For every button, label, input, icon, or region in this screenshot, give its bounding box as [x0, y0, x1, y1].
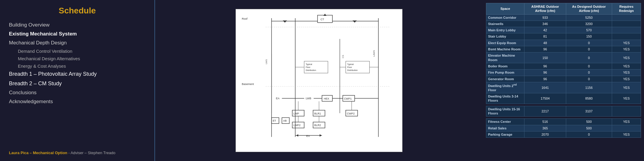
right-panel: Space ASHRAE Outdoor Airflow (cfm) As De…	[483, 0, 644, 161]
nav-mechanical-depth[interactable]: Mechanical Depth Design	[9, 39, 145, 47]
redesign-cell: YES	[612, 52, 641, 63]
nav-mechanical-alternatives[interactable]: Mechanical Design Alternatives	[9, 55, 145, 62]
designed-cell: 0	[566, 52, 612, 63]
space-cell: Parking Garage	[486, 131, 524, 137]
nav-demand-control[interactable]: Demand Control Ventilation	[9, 48, 145, 54]
table-row: Parking Garage 2070 0 YES	[486, 131, 641, 137]
airflow-table: Space ASHRAE Outdoor Airflow (cfm) As De…	[486, 3, 641, 138]
space-cell: Generator Room	[486, 76, 524, 82]
nav-existing-mechanical[interactable]: Existing Mechanical System	[9, 30, 145, 38]
designed-cell: 150	[566, 33, 612, 40]
designed-cell: 1156	[566, 82, 612, 93]
svg-text:LWP2: LWP2	[293, 124, 301, 127]
nav-conclusions[interactable]: Conclusions	[9, 89, 145, 96]
space-cell: Retail Sales	[486, 125, 524, 131]
redesign-cell	[612, 125, 641, 131]
redesign-cell	[612, 21, 641, 27]
svg-text:Floor: Floor	[347, 66, 352, 68]
ashrae-cell: 96	[524, 69, 566, 76]
designed-cell: 5250	[566, 14, 612, 21]
designed-cell: 500	[566, 119, 612, 125]
redesign-cell: YES	[612, 63, 641, 69]
col-redesign: Requires Redesign	[612, 3, 641, 15]
schedule-title: Schedule	[9, 6, 145, 16]
ashrae-cell: 96	[524, 46, 566, 52]
table-row: Dwelling Units 2nd Floor 1641 1156 YES	[486, 82, 641, 93]
nav-acknowledgements[interactable]: Acknowledgements	[9, 98, 145, 105]
space-cell: Bsmt Machine Room	[486, 46, 524, 52]
designed-cell: 0	[566, 69, 612, 76]
ashrae-cell: 365	[524, 125, 566, 131]
nav-breadth2[interactable]: Breadth 2 – CM Study	[9, 80, 145, 87]
col-space: Space	[486, 3, 524, 15]
svg-text:LWS: LWS	[265, 59, 268, 64]
svg-text:LAWS: LAWS	[373, 50, 375, 57]
col-ashrae: ASHRAE Outdoor Airflow (cfm)	[524, 3, 566, 15]
ashrae-cell: 96	[524, 63, 566, 69]
ashrae-cell: 2217	[524, 106, 566, 117]
redesign-cell: YES	[612, 46, 641, 52]
ashrae-cell: 81	[524, 33, 566, 40]
svg-text:Floor: Floor	[306, 66, 311, 68]
redesign-cell: YES	[612, 93, 641, 104]
ashrae-cell: 516	[524, 119, 566, 125]
svg-text:LWP: LWP	[293, 112, 299, 115]
svg-text:CWP2: CWP2	[347, 112, 355, 115]
redesign-cell	[612, 27, 641, 33]
space-cell: Dwelling Units 3-14 Floors	[486, 93, 524, 104]
redesign-cell: YES	[612, 69, 641, 76]
ashrae-cell: 2070	[524, 131, 566, 137]
space-cell: Elect Equip Room	[486, 40, 524, 46]
space-cell: Elevator Machine Room	[486, 52, 524, 63]
table-row: Dwelling Units 15-16 Floors 2217 3107	[486, 106, 641, 117]
ashrae-cell: 150	[524, 52, 566, 63]
gap-row	[486, 104, 641, 106]
svg-text:Basement: Basement	[242, 83, 254, 86]
left-panel: Schedule Building Overview Existing Mech…	[0, 0, 155, 161]
nav-energy-cost[interactable]: Energy & Cost Analyses	[9, 63, 145, 69]
designed-cell: 0	[566, 131, 612, 137]
table-row: Fire Pump Room 96 0 YES	[486, 69, 641, 76]
designed-cell: 3107	[566, 106, 612, 117]
footer-name: Laura Pica – Mechanical Option	[9, 151, 67, 155]
ashrae-cell: 1641	[524, 82, 566, 93]
svg-text:BLR1: BLR1	[314, 112, 321, 115]
nav-building-overview[interactable]: Building Overview	[9, 21, 145, 29]
svg-text:Typical: Typical	[306, 63, 312, 66]
col-designed: As Designed Outdoor Airflow (cfm)	[566, 3, 612, 15]
ashrae-cell: 48	[524, 40, 566, 46]
ashrae-cell: 346	[524, 21, 566, 27]
table-row: Stairwells 346 3200	[486, 21, 641, 27]
redesign-cell: YES	[612, 76, 641, 82]
svg-text:LWB: LWB	[306, 97, 311, 100]
designed-cell: 0	[566, 76, 612, 82]
designed-cell: 500	[566, 125, 612, 131]
designed-cell: 0	[566, 40, 612, 46]
table-row: Common Corridor 933 5250	[486, 14, 641, 21]
table-row: Retail Sales 365 500	[486, 125, 641, 131]
svg-text:Roof: Roof	[242, 17, 247, 20]
space-cell: Fire Pump Room	[486, 69, 524, 76]
nav-breadth1[interactable]: Breadth 1 – Photovoltaic Array Study	[9, 70, 145, 78]
designed-cell: 3200	[566, 21, 612, 27]
table-row: Elevator Machine Room 150 0 YES	[486, 52, 641, 63]
redesign-cell: YES	[612, 82, 641, 93]
redesign-cell	[612, 14, 641, 21]
space-cell: Dwelling Units 2nd Floor	[486, 82, 524, 93]
gap-row	[486, 117, 641, 119]
table-row: Boiler Room 96 0 YES	[486, 63, 641, 69]
mechanical-diagram: Roof Basement CT	[236, 9, 402, 152]
space-cell: Dwelling Units 15-16 Floors	[486, 106, 524, 117]
table-row: Generator Room 96 0 YES	[486, 76, 641, 82]
svg-text:CT: CT	[321, 18, 324, 21]
space-cell: Stairwells	[486, 21, 524, 27]
table-row: Fitness Center 516 500 YES	[486, 119, 641, 125]
middle-panel: Roof Basement CT	[155, 0, 483, 161]
ashrae-cell: 933	[524, 14, 566, 21]
table-row: Elect Equip Room 48 0 YES	[486, 40, 641, 46]
svg-text:HEX: HEX	[324, 97, 329, 100]
ashrae-cell: 96	[524, 76, 566, 82]
ashrae-cell: 17504	[524, 93, 566, 104]
space-cell: Boiler Room	[486, 63, 524, 69]
table-row: Bsmt Machine Room 96 0 YES	[486, 46, 641, 52]
